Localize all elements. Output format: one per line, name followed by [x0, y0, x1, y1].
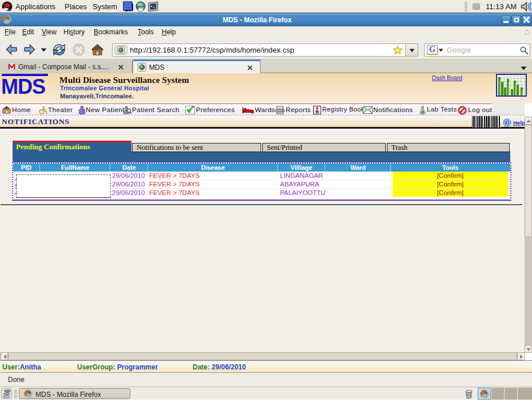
svg-text:?: ?: [506, 120, 508, 126]
